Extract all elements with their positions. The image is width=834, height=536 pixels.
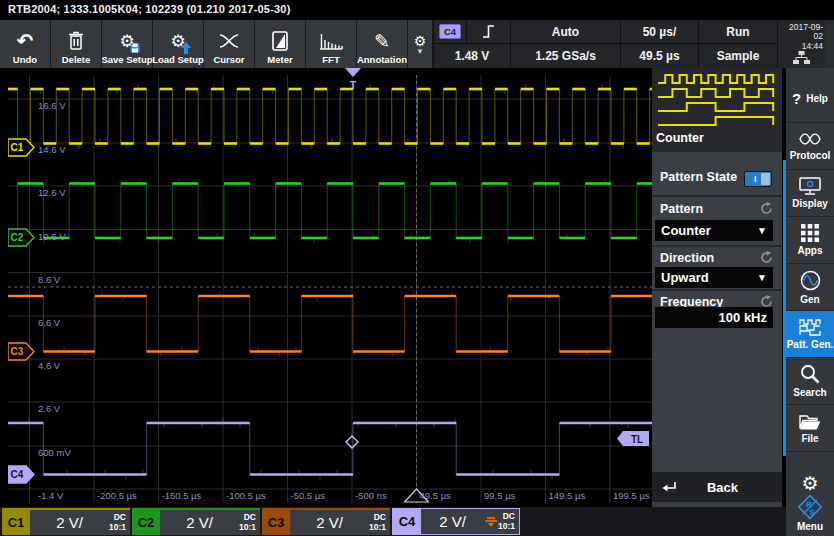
- divider: [652, 195, 782, 197]
- channel-widget-c3[interactable]: C3 2 V/ DC10:1: [262, 508, 390, 535]
- c3-badge: C3: [262, 510, 290, 535]
- c4-badge: C4: [393, 509, 421, 534]
- sidebar-item-menu[interactable]: ⚙ RS Menu: [786, 452, 834, 536]
- undo-icon: ↶: [17, 28, 34, 54]
- chevron-down-icon: ▼: [416, 48, 424, 55]
- voltage-label: -1.4 V: [38, 490, 64, 501]
- pattern-dropdown[interactable]: Counter ▼: [655, 220, 773, 241]
- chevron-down-icon: ▼: [757, 272, 767, 283]
- divider: [652, 289, 782, 291]
- pencil-icon: ✎: [374, 28, 390, 54]
- time-label: -50.5 µs: [291, 490, 326, 501]
- trigger-level-cell[interactable]: 1.48 V: [433, 44, 510, 68]
- device-title: RTB2004; 1333.1005K04; 102239 (01.210 20…: [8, 3, 291, 15]
- meter-icon: [272, 28, 288, 54]
- time-label: -150.5 µs: [162, 490, 202, 501]
- preview-wave-bit2: [658, 103, 773, 111]
- display-icon: [799, 177, 821, 195]
- direction-dropdown[interactable]: Upward ▼: [655, 267, 773, 288]
- c1-scale: 2 V/: [30, 510, 109, 535]
- help-icon: ?: [792, 90, 801, 107]
- fft-icon: [319, 28, 343, 54]
- meter-button[interactable]: Meter: [255, 20, 306, 68]
- svg-text:S: S: [810, 508, 816, 517]
- cursor-icon: [218, 28, 240, 54]
- sample-rate-cell: 1.25 GSa/s: [510, 44, 620, 68]
- channel-widget-c2[interactable]: C2 2 V/ DC10:1: [132, 508, 260, 535]
- c4-scale: 2 V/: [421, 509, 484, 534]
- rs-logo: RS: [797, 494, 823, 520]
- time-label: 99.5 µs: [484, 490, 516, 501]
- sidebar-item-search[interactable]: Search: [786, 358, 834, 405]
- delete-button[interactable]: Delete: [51, 20, 102, 68]
- voltage-label: 8.6 V: [38, 274, 61, 285]
- trigger-slope-cell[interactable]: [466, 20, 510, 44]
- svg-text:C3: C3: [11, 346, 24, 357]
- pattern-gen-icon: [799, 319, 821, 336]
- cursor-button[interactable]: Cursor: [204, 20, 255, 68]
- date-label: 2017-09-02: [780, 23, 823, 41]
- sidebar-item-protocol[interactable]: Protocol: [786, 123, 834, 170]
- time-label: -200.5 µs: [97, 490, 137, 501]
- datetime-block[interactable]: 2017-09-02 14:44: [777, 20, 825, 68]
- sidebar-item-patt-gen[interactable]: Patt. Gen.: [786, 311, 834, 358]
- preview-wave-bit1: [658, 89, 773, 97]
- sidebar-item-help[interactable]: ? Help: [786, 75, 834, 123]
- toolbar: ↶ Undo Delete ⚙ Save Setup ⚙ Load Setup: [0, 20, 834, 68]
- undo-button[interactable]: ↶ Undo: [0, 20, 51, 68]
- run-state-cell[interactable]: Run: [698, 20, 777, 44]
- trigger-marker-label: T: [350, 79, 357, 91]
- channel-widget-c4[interactable]: C4 2 V/ DC10:1: [392, 508, 520, 535]
- gear-icon: ⚙: [801, 473, 818, 493]
- time-label: -500 ns: [355, 490, 387, 501]
- oscilloscope-screen: RTB2004; 1333.1005K04; 102239 (01.210 20…: [0, 0, 834, 536]
- c2-badge: C2: [132, 510, 160, 535]
- trigger-source-badge: C4: [439, 24, 461, 39]
- svg-text:C1: C1: [11, 142, 24, 153]
- preview-label: Counter: [656, 131, 704, 145]
- frequency-value-field[interactable]: 100 kHz: [655, 307, 773, 328]
- toggle-knob: [761, 173, 770, 185]
- reset-icon[interactable]: [760, 202, 773, 215]
- horizontal-position-cell[interactable]: 49.5 µs: [620, 44, 698, 68]
- load-setup-button[interactable]: ⚙ Load Setup: [153, 20, 204, 68]
- waveform-display[interactable]: C1C2C3C416.6 V14.6 V12.6 V10.6 V8.6 V6.6…: [8, 68, 652, 507]
- voltage-label: 4.6 V: [38, 360, 61, 371]
- voltage-label: 10.6 V: [38, 231, 66, 242]
- trigger-mode-cell[interactable]: Auto: [510, 20, 620, 44]
- search-icon: [800, 364, 820, 384]
- channel-widget-c1[interactable]: C1 2 V/ DC10:1: [2, 508, 130, 535]
- gear-icon: ⚙: [414, 34, 427, 48]
- c1-badge: C1: [2, 510, 30, 535]
- time-label: -100.5 µs: [226, 490, 266, 501]
- direction-header: Direction: [652, 248, 782, 268]
- voltage-label: 16.6 V: [38, 100, 66, 111]
- timebase-cell[interactable]: 50 µs/: [620, 20, 698, 44]
- sidebar-item-gen[interactable]: Gen: [786, 264, 834, 311]
- trigger-level-icon: [484, 509, 498, 534]
- save-setup-button[interactable]: ⚙ Save Setup: [102, 20, 153, 68]
- pattern-header: Pattern: [652, 199, 782, 219]
- sidebar-item-display[interactable]: Display: [786, 170, 834, 217]
- sidebar-item-file[interactable]: File: [786, 405, 834, 452]
- fft-button[interactable]: FFT: [306, 20, 357, 68]
- trash-icon: [66, 28, 86, 54]
- svg-text:C4: C4: [11, 469, 24, 480]
- lan-icon: [793, 51, 810, 64]
- back-button[interactable]: Back: [652, 472, 782, 502]
- svg-text:C2: C2: [11, 232, 24, 243]
- chevron-down-icon: ▼: [757, 225, 767, 236]
- toolbar-config-button[interactable]: ⚙ ▼: [408, 20, 433, 68]
- folder-icon: [799, 413, 821, 430]
- protocol-icon: [799, 131, 821, 147]
- acquire-mode-cell[interactable]: Sample: [698, 44, 777, 68]
- sidebar: ? Help Protocol Display Apps Gen Patt. G…: [786, 68, 834, 536]
- sidebar-item-apps[interactable]: Apps: [786, 217, 834, 264]
- c3-scale: 2 V/: [290, 510, 369, 535]
- status-cluster: C4 Auto 50 µs/ Run 1.48 V 1.25 GSa/s 49.…: [433, 20, 777, 68]
- reset-icon[interactable]: [760, 251, 773, 264]
- pattern-state-toggle[interactable]: I: [744, 171, 772, 187]
- time-label: 199.5 µs: [613, 490, 650, 501]
- trigger-source-cell[interactable]: C4: [433, 20, 466, 44]
- annotation-button[interactable]: ✎ Annotation: [357, 20, 408, 68]
